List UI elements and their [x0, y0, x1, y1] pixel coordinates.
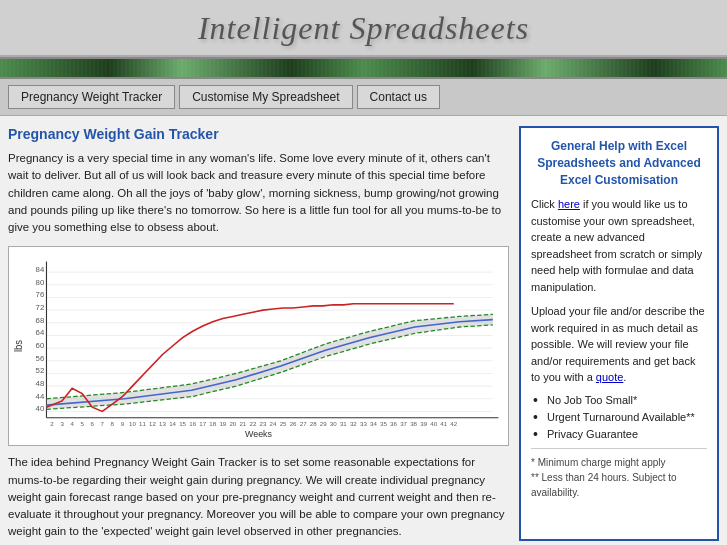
- svg-text:48: 48: [36, 380, 45, 389]
- svg-text:22: 22: [250, 422, 258, 428]
- svg-text:27: 27: [300, 422, 308, 428]
- weight-chart: lbs 40 44 48 52: [8, 246, 509, 446]
- page-title: Pregnancy Weight Gain Tracker: [8, 126, 509, 142]
- svg-text:56: 56: [36, 354, 45, 363]
- svg-text:25: 25: [280, 422, 288, 428]
- svg-text:23: 23: [260, 422, 268, 428]
- svg-text:19: 19: [219, 422, 227, 428]
- svg-text:11: 11: [139, 422, 147, 428]
- svg-text:42: 42: [450, 422, 458, 428]
- svg-text:20: 20: [229, 422, 237, 428]
- sidebar-title: General Help with Excel Spreadsheets and…: [531, 138, 707, 188]
- main-nav: Pregnancy Weight Tracker Customise My Sp…: [0, 79, 727, 116]
- svg-text:40: 40: [36, 405, 45, 414]
- svg-text:30: 30: [330, 422, 338, 428]
- footer-paragraph: The idea behind Pregnancy Weight Gain Tr…: [8, 454, 509, 540]
- intro-paragraph: Pregnancy is a very special time in any …: [8, 150, 509, 236]
- nav-customise[interactable]: Customise My Spreadsheet: [179, 85, 352, 109]
- svg-rect-0: [13, 251, 504, 441]
- svg-text:18: 18: [209, 422, 217, 428]
- nav-contact[interactable]: Contact us: [357, 85, 440, 109]
- svg-text:60: 60: [36, 342, 45, 351]
- svg-text:31: 31: [340, 422, 348, 428]
- svg-text:26: 26: [290, 422, 298, 428]
- decorative-banner: [0, 57, 727, 79]
- svg-text:84: 84: [36, 266, 45, 275]
- svg-text:13: 13: [159, 422, 167, 428]
- svg-text:28: 28: [310, 422, 318, 428]
- left-panel: Pregnancy Weight Gain Tracker Pregnancy …: [8, 126, 519, 541]
- sidebar-para1-before: Click: [531, 198, 558, 210]
- sidebar-para1: Click here if you would like us to custo…: [531, 196, 707, 295]
- svg-text:15: 15: [179, 422, 187, 428]
- svg-text:40: 40: [430, 422, 438, 428]
- sidebar-quote-link[interactable]: quote: [596, 371, 624, 383]
- bullet-no-job: No Job Too Small*: [531, 394, 707, 406]
- svg-text:76: 76: [36, 291, 45, 300]
- nav-pregnancy-tracker[interactable]: Pregnancy Weight Tracker: [8, 85, 175, 109]
- svg-text:32: 32: [350, 422, 358, 428]
- svg-text:72: 72: [36, 304, 45, 313]
- site-title: Intelligent Spreadsheets: [0, 10, 727, 47]
- svg-text:35: 35: [380, 422, 388, 428]
- svg-text:12: 12: [149, 422, 157, 428]
- sidebar-para2: Upload your file and/or describe the wor…: [531, 303, 707, 386]
- svg-text:44: 44: [36, 392, 45, 401]
- svg-text:34: 34: [370, 422, 378, 428]
- sidebar-here-link[interactable]: here: [558, 198, 580, 210]
- svg-text:36: 36: [390, 422, 398, 428]
- svg-text:38: 38: [410, 422, 418, 428]
- svg-text:10: 10: [129, 422, 137, 428]
- site-header: Intelligent Spreadsheets: [0, 0, 727, 57]
- right-sidebar: General Help with Excel Spreadsheets and…: [519, 126, 719, 541]
- svg-text:68: 68: [36, 316, 45, 325]
- svg-text:Weeks: Weeks: [245, 429, 273, 439]
- sidebar-footnotes: * Minimum charge might apply ** Less tha…: [531, 448, 707, 500]
- chart-svg: lbs 40 44 48 52: [13, 251, 504, 441]
- svg-text:17: 17: [199, 422, 207, 428]
- svg-text:52: 52: [36, 367, 45, 376]
- svg-text:64: 64: [36, 329, 45, 338]
- bullet-privacy: Privacy Guarantee: [531, 428, 707, 440]
- svg-text:37: 37: [400, 422, 408, 428]
- sidebar-para1-after: if you would like us to customise your o…: [531, 198, 702, 293]
- svg-text:39: 39: [420, 422, 428, 428]
- bullet-turnaround: Urgent Turnaround Available**: [531, 411, 707, 423]
- svg-text:41: 41: [440, 422, 448, 428]
- sidebar-bullets: No Job Too Small* Urgent Turnaround Avai…: [531, 394, 707, 440]
- footnote1: * Minimum charge might apply: [531, 455, 707, 470]
- svg-text:14: 14: [169, 422, 177, 428]
- main-content: Pregnancy Weight Gain Tracker Pregnancy …: [0, 116, 727, 545]
- svg-text:16: 16: [189, 422, 197, 428]
- sidebar-para2-after: .: [623, 371, 626, 383]
- svg-text:24: 24: [270, 422, 278, 428]
- svg-text:33: 33: [360, 422, 368, 428]
- footnote2: ** Less than 24 hours. Subject to availa…: [531, 470, 707, 500]
- svg-text:29: 29: [320, 422, 328, 428]
- svg-text:21: 21: [239, 422, 247, 428]
- svg-text:80: 80: [36, 278, 45, 287]
- svg-text:lbs: lbs: [13, 340, 24, 352]
